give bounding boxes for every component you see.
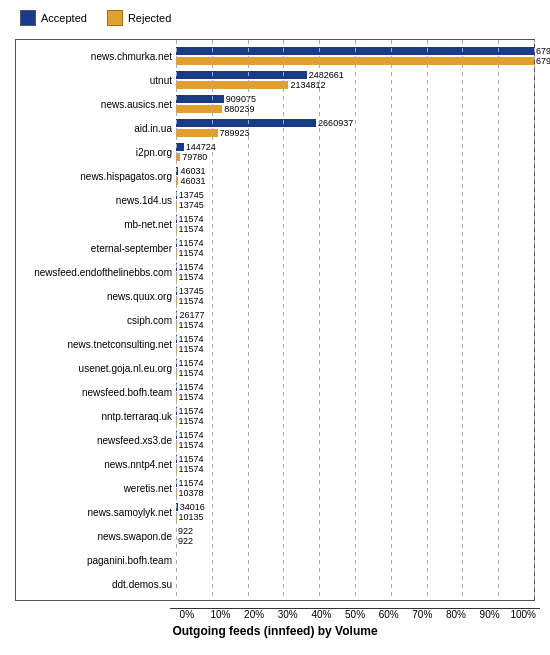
y-label: paganini.bofh.team	[16, 555, 176, 566]
legend-accepted-box	[20, 10, 36, 26]
bar-rejected-label: 2134812	[290, 80, 325, 90]
bar-accepted	[176, 287, 177, 295]
bar-accepted-label: 13745	[179, 190, 204, 200]
bar-rejected-label: 11574	[179, 248, 204, 258]
bar-rejected	[176, 225, 177, 233]
bar-accepted-label: 909075	[226, 94, 256, 104]
bar-accepted-label: 11574	[179, 454, 204, 464]
chart-row: mb-net.net1157411574	[16, 212, 534, 236]
x-tick: 40%	[305, 609, 339, 620]
y-label: news.swapon.de	[16, 531, 176, 542]
bar-area: 1374511574	[176, 287, 534, 306]
bar-area: 1157411574	[176, 215, 534, 234]
bar-area: 1157411574	[176, 335, 534, 354]
bar-rejected	[176, 153, 180, 161]
bar-accepted	[176, 239, 177, 247]
bar-rejected-label: 10378	[179, 488, 204, 498]
bar-area: 1157411574	[176, 455, 534, 474]
bar-accepted	[176, 191, 177, 199]
bar-area: 1157410378	[176, 479, 534, 498]
bar-accepted-label: 2482661	[309, 70, 344, 80]
chart-row: newsfeed.endofthelinebbs.com1157411574	[16, 260, 534, 284]
y-label: newsfeed.endofthelinebbs.com	[16, 267, 176, 278]
bar-rejected	[176, 249, 177, 257]
bar-area: 1157411574	[176, 359, 534, 378]
bar-rejected-label: 11574	[179, 416, 204, 426]
bar-rejected	[176, 297, 177, 305]
chart-row: news.chmurka.net67988456797763	[16, 44, 534, 68]
bar-accepted	[176, 407, 177, 415]
bar-area: 14472479780	[176, 143, 534, 162]
bar-area: 4603146031	[176, 167, 534, 186]
chart-row: news.nntp4.net1157411574	[16, 452, 534, 476]
bar-rejected-label: 11574	[179, 296, 204, 306]
bar-rejected	[176, 105, 222, 113]
bar-rejected-label: 11574	[179, 344, 204, 354]
bar-accepted-label: 144724	[186, 142, 216, 152]
bar-rejected-label: 880239	[224, 104, 254, 114]
bar-accepted	[176, 95, 224, 103]
x-tick: 20%	[237, 609, 271, 620]
bar-area	[176, 551, 534, 570]
bar-area: 1157411574	[176, 263, 534, 282]
x-tick: 10%	[204, 609, 238, 620]
y-label: mb-net.net	[16, 219, 176, 230]
chart-row: news.hispagatos.org4603146031	[16, 164, 534, 188]
bar-rejected	[176, 441, 177, 449]
bar-rejected	[176, 513, 177, 521]
bar-rejected	[176, 129, 218, 137]
bar-area: 922922	[176, 527, 534, 546]
bar-rejected	[176, 417, 177, 425]
bar-accepted	[176, 359, 177, 367]
chart-row: newsfeed.bofh.team1157411574	[16, 380, 534, 404]
bar-area: 1157411574	[176, 407, 534, 426]
bar-accepted-label: 11574	[179, 238, 204, 248]
bar-accepted	[176, 383, 177, 391]
bar-area: 1157411574	[176, 239, 534, 258]
bar-accepted	[176, 263, 177, 271]
bar-rejected-label: 11574	[179, 224, 204, 234]
y-label: utnut	[16, 75, 176, 86]
bar-accepted-label: 11574	[179, 406, 204, 416]
bar-area: 909075880239	[176, 95, 534, 114]
bar-area: 2617711574	[176, 311, 534, 330]
x-tick: 30%	[271, 609, 305, 620]
chart-row: utnut24826612134812	[16, 68, 534, 92]
x-axis: 0%10%20%30%40%50%60%70%80%90%100%	[170, 608, 540, 620]
bar-area: 67988456797763	[176, 47, 534, 66]
bar-rejected-label: 922	[178, 536, 193, 546]
bar-accepted-label: 11574	[179, 214, 204, 224]
bar-accepted-label: 34016	[180, 502, 205, 512]
x-tick: 0%	[170, 609, 204, 620]
bar-area: 24826612134812	[176, 71, 534, 90]
legend-rejected: Rejected	[107, 10, 171, 26]
y-label: news.samoylyk.net	[16, 507, 176, 518]
chart-row: news.1d4.us1374513745	[16, 188, 534, 212]
bar-accepted-label: 2660937	[318, 118, 353, 128]
bar-rejected	[176, 81, 288, 89]
bar-rejected-label: 11574	[179, 320, 204, 330]
chart-body: news.chmurka.net67988456797763utnut24826…	[15, 39, 535, 601]
bar-rejected-label: 79780	[182, 152, 207, 162]
bar-rejected	[176, 57, 534, 65]
bar-rejected-label: 6797763	[536, 56, 550, 66]
bar-area: 1374513745	[176, 191, 534, 210]
y-label: csiph.com	[16, 315, 176, 326]
y-label: news.chmurka.net	[16, 51, 176, 62]
bar-rejected-label: 11574	[179, 440, 204, 450]
bar-rejected	[176, 489, 177, 497]
bar-rejected-label: 11574	[179, 392, 204, 402]
legend: Accepted Rejected	[10, 10, 540, 26]
bar-accepted	[176, 335, 177, 343]
bar-rejected-label: 10135	[179, 512, 204, 522]
bar-accepted-label: 11574	[179, 262, 204, 272]
x-tick: 100%	[506, 609, 540, 620]
bar-area: 3401610135	[176, 503, 534, 522]
y-label: news.1d4.us	[16, 195, 176, 206]
bar-accepted-label: 11574	[179, 382, 204, 392]
bar-area: 1157411574	[176, 431, 534, 450]
bar-accepted-label: 13745	[179, 286, 204, 296]
chart-row: news.tnetconsulting.net1157411574	[16, 332, 534, 356]
bar-accepted-label: 11574	[179, 430, 204, 440]
bar-rejected	[176, 393, 177, 401]
